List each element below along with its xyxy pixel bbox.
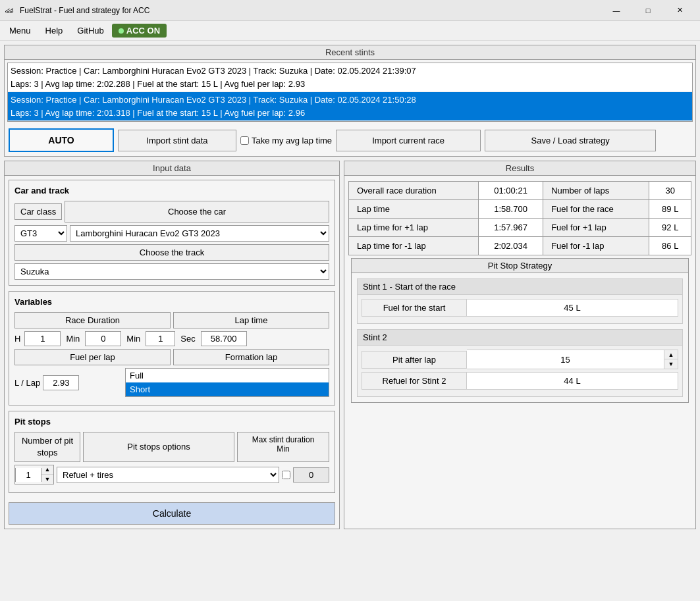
lap-time-button[interactable]: Lap time bbox=[173, 312, 329, 328]
result-row-2: Lap time for +1 lap 1:57.967 Fuel for +1… bbox=[349, 219, 691, 237]
result-value-2: 1:57.967 bbox=[478, 219, 543, 237]
spinner-down-btn[interactable]: ▼ bbox=[41, 475, 53, 484]
variables-title: Variables bbox=[14, 297, 329, 307]
min-label: Min bbox=[66, 334, 80, 344]
pit-stops-title: Pit stops bbox=[14, 417, 329, 427]
take-avg-label[interactable]: Take my avg lap time bbox=[240, 136, 332, 145]
stint-1-inner: Fuel for the start 45 L bbox=[358, 295, 682, 323]
app-title: FuelStrat - Fuel and strategy for ACC bbox=[20, 6, 601, 15]
auto-button[interactable]: AUTO bbox=[9, 128, 114, 152]
minimize-button[interactable]: — bbox=[601, 0, 632, 21]
menu-item-github[interactable]: GitHub bbox=[70, 23, 110, 38]
take-avg-text: Take my avg lap time bbox=[252, 136, 332, 145]
stints-list[interactable]: Session: Practice | Car: Lamborghini Hur… bbox=[7, 63, 693, 122]
recent-stints-title: Recent stints bbox=[5, 45, 695, 60]
max-stint-input[interactable] bbox=[293, 467, 329, 483]
main-content: Recent stints Session: Practice | Car: L… bbox=[0, 41, 700, 533]
menu-item-help[interactable]: Help bbox=[39, 23, 70, 38]
l-per-lap-input[interactable] bbox=[43, 375, 79, 390]
car-track-section: Car and track Car class Choose the car G… bbox=[9, 180, 335, 286]
result-row-1: Lap time 1:58.700 Fuel for the race 89 L bbox=[349, 200, 691, 219]
input-data-panel: Input data Car and track Car class Choos… bbox=[4, 161, 340, 529]
spinner-up-btn[interactable]: ▲ bbox=[41, 465, 53, 475]
menu-bar: Menu Help GitHub ACC ON bbox=[0, 21, 700, 41]
pit-after-lap-label: Pit after lap bbox=[362, 351, 467, 369]
ps-option-select[interactable]: Refuel + tires Refuel only Tires only No… bbox=[57, 467, 279, 483]
max-stint-checkbox[interactable] bbox=[282, 471, 290, 479]
formation-option-full[interactable]: Full bbox=[126, 369, 329, 382]
fuel-per-lap-button[interactable]: Fuel per lap bbox=[14, 349, 171, 365]
stint-1-fuel-row: Fuel for the start 45 L bbox=[362, 299, 678, 317]
fuel-formation-values-row: L / Lap Full Short bbox=[14, 368, 329, 397]
fuel-start-value: 45 L bbox=[467, 299, 678, 317]
result-value2-1: 89 L bbox=[649, 200, 691, 219]
h-label: H bbox=[14, 334, 20, 344]
minutes-input[interactable] bbox=[85, 331, 121, 346]
stint-row-1-line1: Session: Practice | Car: Lamborghini Hur… bbox=[11, 65, 689, 78]
stint-row-1[interactable]: Session: Practice | Car: Lamborghini Hur… bbox=[8, 63, 692, 92]
car-class-select[interactable]: GT3 bbox=[14, 225, 67, 242]
car-class-row: Car class Choose the car bbox=[14, 201, 329, 222]
close-button[interactable]: ✕ bbox=[664, 0, 695, 21]
pit-after-up-btn[interactable]: ▲ bbox=[664, 350, 678, 359]
pit-stop-strategy-panel: Pit Stop Strategy Stint 1 - Start of the… bbox=[351, 258, 689, 403]
result-value2-2: 92 L bbox=[649, 219, 691, 237]
result-value2-3: 86 L bbox=[649, 237, 691, 255]
result-row-3: Lap time for -1 lap 2:02.034 Fuel for -1… bbox=[349, 237, 691, 255]
two-col-layout: Input data Car and track Car class Choos… bbox=[4, 161, 696, 529]
pit-stops-header-row: Number of pit stops Pit stops options Ma… bbox=[14, 432, 329, 462]
car-class-label: Car class bbox=[14, 203, 62, 220]
time-inputs-row: H Min Min Sec bbox=[14, 331, 329, 346]
refuel-stint2-value: 44 L bbox=[467, 372, 678, 390]
pit-stops-options-label: Pit stops options bbox=[83, 432, 234, 462]
take-avg-checkbox[interactable] bbox=[240, 136, 249, 145]
acc-badge-label: ACC ON bbox=[126, 26, 160, 36]
save-load-button[interactable]: Save / Load strategy bbox=[485, 130, 656, 151]
input-data-title: Input data bbox=[5, 161, 339, 176]
stint-row-1-line2: Laps: 3 | Avg lap time: 2:02.288 | Fuel … bbox=[11, 78, 689, 91]
recent-stints-panel: Recent stints Session: Practice | Car: L… bbox=[4, 45, 696, 157]
car-track-title: Car and track bbox=[14, 186, 329, 196]
result-label-2: Lap time for +1 lap bbox=[349, 219, 479, 237]
acc-status-dot bbox=[119, 28, 124, 34]
strategy-title: Pit Stop Strategy bbox=[352, 259, 688, 273]
calculate-button[interactable]: Calculate bbox=[9, 502, 335, 525]
import-stint-button[interactable]: Import stint data bbox=[118, 130, 236, 151]
pit-after-spinner[interactable]: ▲ ▼ bbox=[467, 350, 678, 369]
lap-min-input[interactable] bbox=[146, 331, 175, 346]
max-stint-label: Max stint duration Min bbox=[237, 432, 329, 462]
formation-lap-button[interactable]: Formation lap bbox=[173, 349, 329, 365]
num-stops-value[interactable] bbox=[15, 468, 41, 482]
pit-after-down-btn[interactable]: ▼ bbox=[664, 359, 678, 369]
formation-option-short[interactable]: Short bbox=[126, 382, 329, 396]
import-race-button[interactable]: Import current race bbox=[336, 130, 481, 151]
menu-item-menu[interactable]: Menu bbox=[3, 23, 38, 38]
stint-row-2[interactable]: Session: Practice | Car: Lamborghini Hur… bbox=[8, 92, 692, 121]
result-label2-2: Fuel for +1 lap bbox=[543, 219, 649, 237]
pit-after-value[interactable] bbox=[467, 352, 664, 368]
result-label-3: Lap time for -1 lap bbox=[349, 237, 479, 255]
num-stops-spinner[interactable]: ▲ ▼ bbox=[14, 465, 54, 484]
stint-2-refuel-row: Refuel for Stint 2 44 L bbox=[362, 372, 678, 390]
window-controls: — □ ✕ bbox=[601, 0, 695, 21]
fuel-formation-row: Fuel per lap Formation lap bbox=[14, 349, 329, 365]
result-label2-1: Fuel for the race bbox=[543, 200, 649, 219]
track-select[interactable]: Suzuka bbox=[14, 263, 329, 280]
result-value-1: 1:58.700 bbox=[478, 200, 543, 219]
result-value-3: 2:02.034 bbox=[478, 237, 543, 255]
stint-2-inner: Pit after lap ▲ ▼ Refue bbox=[358, 346, 682, 396]
race-duration-button[interactable]: Race Duration bbox=[14, 312, 171, 328]
choose-track-button[interactable]: Choose the track bbox=[14, 244, 329, 261]
formation-dropdown[interactable]: Full Short bbox=[125, 368, 329, 397]
choose-car-button[interactable]: Choose the car bbox=[65, 201, 329, 222]
pit-after-spinner-btns: ▲ ▼ bbox=[664, 350, 678, 369]
app-icon: 🏎 bbox=[5, 5, 16, 16]
l-per-lap-label: L / Lap bbox=[14, 378, 40, 388]
maximize-button[interactable]: □ bbox=[633, 0, 663, 21]
stint-1-header: Stint 1 - Start of the race bbox=[358, 279, 682, 295]
acc-badge[interactable]: ACC ON bbox=[112, 24, 167, 38]
hours-input[interactable] bbox=[24, 331, 61, 346]
lap-sec-input[interactable] bbox=[201, 331, 247, 346]
car-name-select[interactable]: Lamborghini Huracan Evo2 GT3 2023 bbox=[70, 225, 329, 242]
result-value2-0: 30 bbox=[649, 182, 691, 200]
